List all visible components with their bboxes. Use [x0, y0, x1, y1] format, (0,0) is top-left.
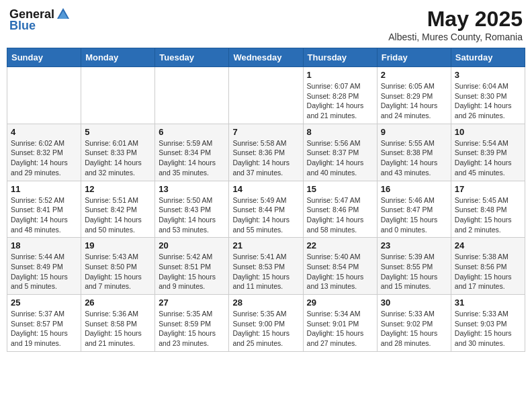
day-number: 19	[85, 240, 151, 250]
title-block: May 2025 Albesti, Mures County, Romania	[388, 7, 523, 42]
day-info: Sunrise: 6:05 AM Sunset: 8:29 PM Dayligh…	[381, 81, 447, 121]
day-info: Sunrise: 5:39 AM Sunset: 8:55 PM Dayligh…	[381, 252, 447, 291]
day-number: 7	[232, 127, 299, 137]
day-number: 31	[455, 298, 521, 308]
subtitle: Albesti, Mures County, Romania	[388, 32, 523, 42]
day-header-saturday: Saturday	[451, 48, 525, 67]
day-number: 25	[11, 298, 77, 308]
day-info: Sunrise: 5:50 AM Sunset: 8:43 PM Dayligh…	[159, 195, 225, 235]
calendar-cell: 16Sunrise: 5:46 AM Sunset: 8:47 PM Dayli…	[377, 181, 451, 238]
day-number: 10	[455, 127, 521, 137]
calendar-cell: 31Sunrise: 5:33 AM Sunset: 9:03 PM Dayli…	[451, 295, 525, 352]
day-info: Sunrise: 5:34 AM Sunset: 9:01 PM Dayligh…	[307, 309, 373, 349]
day-header-monday: Monday	[81, 48, 155, 67]
logo-icon	[56, 7, 71, 21]
calendar-cell	[7, 67, 81, 124]
calendar-cell	[229, 67, 303, 124]
calendar-cell: 25Sunrise: 5:37 AM Sunset: 8:57 PM Dayli…	[7, 295, 81, 352]
calendar-cell: 18Sunrise: 5:44 AM Sunset: 8:49 PM Dayli…	[7, 238, 81, 295]
page-header: General Blue May 2025 Albesti, Mures Cou…	[7, 7, 525, 42]
day-number: 5	[85, 127, 151, 137]
calendar-week-5: 25Sunrise: 5:37 AM Sunset: 8:57 PM Dayli…	[7, 295, 525, 352]
calendar-cell: 30Sunrise: 5:33 AM Sunset: 9:02 PM Dayli…	[377, 295, 451, 352]
day-info: Sunrise: 6:01 AM Sunset: 8:33 PM Dayligh…	[85, 138, 151, 178]
day-header-wednesday: Wednesday	[229, 48, 303, 67]
calendar-cell: 13Sunrise: 5:50 AM Sunset: 8:43 PM Dayli…	[155, 181, 229, 238]
calendar-cell: 2Sunrise: 6:05 AM Sunset: 8:29 PM Daylig…	[377, 67, 451, 124]
day-info: Sunrise: 5:47 AM Sunset: 8:46 PM Dayligh…	[307, 195, 373, 235]
day-number: 6	[159, 127, 225, 137]
day-info: Sunrise: 5:35 AM Sunset: 8:59 PM Dayligh…	[159, 309, 225, 349]
day-number: 21	[232, 240, 299, 250]
day-number: 4	[11, 127, 77, 137]
day-info: Sunrise: 6:02 AM Sunset: 8:32 PM Dayligh…	[11, 138, 77, 178]
day-number: 18	[11, 240, 77, 250]
day-info: Sunrise: 5:49 AM Sunset: 8:44 PM Dayligh…	[232, 195, 299, 235]
calendar-table: SundayMondayTuesdayWednesdayThursdayFrid…	[7, 48, 525, 352]
day-info: Sunrise: 5:43 AM Sunset: 8:50 PM Dayligh…	[85, 252, 151, 291]
day-info: Sunrise: 5:42 AM Sunset: 8:51 PM Dayligh…	[159, 252, 225, 291]
day-info: Sunrise: 5:51 AM Sunset: 8:42 PM Dayligh…	[85, 195, 151, 235]
calendar-cell: 23Sunrise: 5:39 AM Sunset: 8:55 PM Dayli…	[377, 238, 451, 295]
day-number: 22	[307, 240, 373, 250]
calendar-cell: 12Sunrise: 5:51 AM Sunset: 8:42 PM Dayli…	[81, 181, 155, 238]
calendar-cell: 19Sunrise: 5:43 AM Sunset: 8:50 PM Dayli…	[81, 238, 155, 295]
calendar-cell: 3Sunrise: 6:04 AM Sunset: 8:30 PM Daylig…	[451, 67, 525, 124]
calendar-cell: 29Sunrise: 5:34 AM Sunset: 9:01 PM Dayli…	[303, 295, 377, 352]
day-info: Sunrise: 5:33 AM Sunset: 9:03 PM Dayligh…	[455, 309, 521, 349]
day-number: 12	[85, 184, 151, 194]
day-info: Sunrise: 5:45 AM Sunset: 8:48 PM Dayligh…	[455, 195, 521, 235]
day-info: Sunrise: 5:46 AM Sunset: 8:47 PM Dayligh…	[381, 195, 447, 235]
day-header-thursday: Thursday	[303, 48, 377, 67]
calendar-week-3: 11Sunrise: 5:52 AM Sunset: 8:41 PM Dayli…	[7, 181, 525, 238]
day-header-tuesday: Tuesday	[155, 48, 229, 67]
day-number: 15	[307, 184, 373, 194]
calendar-cell: 4Sunrise: 6:02 AM Sunset: 8:32 PM Daylig…	[7, 124, 81, 181]
day-info: Sunrise: 5:56 AM Sunset: 8:37 PM Dayligh…	[307, 138, 373, 178]
day-info: Sunrise: 5:54 AM Sunset: 8:39 PM Dayligh…	[455, 138, 521, 178]
day-number: 16	[381, 184, 447, 194]
day-info: Sunrise: 5:41 AM Sunset: 8:53 PM Dayligh…	[232, 252, 299, 291]
calendar-cell: 8Sunrise: 5:56 AM Sunset: 8:37 PM Daylig…	[303, 124, 377, 181]
calendar-cell: 9Sunrise: 5:55 AM Sunset: 8:38 PM Daylig…	[377, 124, 451, 181]
day-number: 9	[381, 127, 447, 137]
calendar-cell: 17Sunrise: 5:45 AM Sunset: 8:48 PM Dayli…	[451, 181, 525, 238]
calendar-week-2: 4Sunrise: 6:02 AM Sunset: 8:32 PM Daylig…	[7, 124, 525, 181]
day-header-sunday: Sunday	[7, 48, 81, 67]
calendar-cell: 24Sunrise: 5:38 AM Sunset: 8:56 PM Dayli…	[451, 238, 525, 295]
calendar-cell: 10Sunrise: 5:54 AM Sunset: 8:39 PM Dayli…	[451, 124, 525, 181]
calendar-week-4: 18Sunrise: 5:44 AM Sunset: 8:49 PM Dayli…	[7, 238, 525, 295]
day-info: Sunrise: 5:40 AM Sunset: 8:54 PM Dayligh…	[307, 252, 373, 291]
day-number: 14	[232, 184, 299, 194]
logo: General Blue	[9, 7, 71, 33]
day-number: 27	[159, 298, 225, 308]
day-info: Sunrise: 6:07 AM Sunset: 8:28 PM Dayligh…	[307, 81, 373, 121]
day-info: Sunrise: 6:04 AM Sunset: 8:30 PM Dayligh…	[455, 81, 521, 121]
calendar-cell: 14Sunrise: 5:49 AM Sunset: 8:44 PM Dayli…	[229, 181, 303, 238]
day-info: Sunrise: 5:38 AM Sunset: 8:56 PM Dayligh…	[455, 252, 521, 291]
day-number: 24	[455, 240, 521, 250]
calendar-cell	[81, 67, 155, 124]
day-number: 29	[307, 298, 373, 308]
day-number: 2	[381, 70, 447, 80]
day-info: Sunrise: 5:55 AM Sunset: 8:38 PM Dayligh…	[381, 138, 447, 178]
day-info: Sunrise: 5:59 AM Sunset: 8:34 PM Dayligh…	[159, 138, 225, 178]
day-info: Sunrise: 5:37 AM Sunset: 8:57 PM Dayligh…	[11, 309, 77, 349]
day-number: 30	[381, 298, 447, 308]
day-info: Sunrise: 5:33 AM Sunset: 9:02 PM Dayligh…	[381, 309, 447, 349]
calendar-cell: 5Sunrise: 6:01 AM Sunset: 8:33 PM Daylig…	[81, 124, 155, 181]
calendar-cell: 22Sunrise: 5:40 AM Sunset: 8:54 PM Dayli…	[303, 238, 377, 295]
day-number: 1	[307, 70, 373, 80]
day-info: Sunrise: 5:36 AM Sunset: 8:58 PM Dayligh…	[85, 309, 151, 349]
day-number: 17	[455, 184, 521, 194]
logo-blue-text: Blue	[9, 19, 36, 33]
main-title: May 2025	[388, 7, 523, 32]
calendar-header-row: SundayMondayTuesdayWednesdayThursdayFrid…	[7, 48, 525, 67]
day-number: 3	[455, 70, 521, 80]
day-info: Sunrise: 5:44 AM Sunset: 8:49 PM Dayligh…	[11, 252, 77, 291]
day-number: 8	[307, 127, 373, 137]
day-info: Sunrise: 5:35 AM Sunset: 9:00 PM Dayligh…	[232, 309, 299, 349]
day-header-friday: Friday	[377, 48, 451, 67]
calendar-cell: 7Sunrise: 5:58 AM Sunset: 8:36 PM Daylig…	[229, 124, 303, 181]
day-number: 26	[85, 298, 151, 308]
